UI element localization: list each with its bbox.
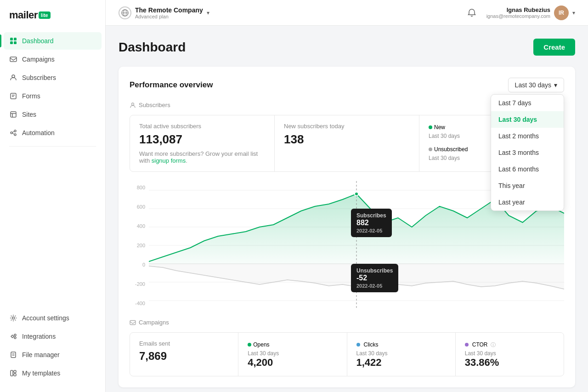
campaigns-icon xyxy=(9,55,17,63)
y-label-0: 0 xyxy=(130,262,147,267)
sidebar-item-label: Subscribers xyxy=(22,74,56,81)
company-selector[interactable]: The Remote Company Advanced plan ▾ xyxy=(119,6,209,19)
new-today-value: 138 xyxy=(284,132,410,147)
sidebar-item-label: Forms xyxy=(22,92,40,100)
sidebar-bottom: Account settings Integrations File manag… xyxy=(0,306,105,392)
sidebar-item-account-settings[interactable]: Account settings xyxy=(4,309,102,327)
green-dot-icon xyxy=(429,125,432,129)
sidebar-item-file-manager[interactable]: File manager xyxy=(4,346,102,364)
new-today-cell: New subscribers today 138 xyxy=(275,115,419,171)
ctor-period: Last 30 days xyxy=(465,350,554,357)
new-period-sub: Last 30 days xyxy=(429,133,460,139)
clicks-label: Clicks xyxy=(364,341,379,348)
company-icon xyxy=(119,6,131,19)
sidebar-divider xyxy=(9,146,96,147)
sites-icon xyxy=(9,110,17,119)
new-today-label: New subscribers today xyxy=(284,123,410,130)
ctor-value: 33.86% xyxy=(465,357,554,369)
svg-rect-1 xyxy=(14,38,17,40)
campaigns-stats-row: Emails sent 7,869 Opens Last 30 days 4,2… xyxy=(130,332,564,376)
signup-forms-link[interactable]: signup forms xyxy=(152,157,186,164)
svg-rect-42 xyxy=(130,320,136,324)
svg-point-5 xyxy=(12,75,15,78)
sidebar-item-forms[interactable]: Forms xyxy=(4,87,102,105)
svg-point-13 xyxy=(14,130,16,132)
campaigns-label: Campaigns xyxy=(139,319,169,326)
svg-point-14 xyxy=(14,134,16,136)
integrations-icon xyxy=(9,332,17,341)
y-label-600: 600 xyxy=(130,204,147,210)
chevron-down-icon: ▾ xyxy=(207,10,209,16)
main-area: The Remote Company Advanced plan ▾ Ignas… xyxy=(106,0,588,392)
create-button[interactable]: Create xyxy=(533,39,575,56)
gray-dot-icon xyxy=(429,148,432,151)
total-active-label: Total active subscribers xyxy=(139,123,265,130)
user-details: Ignas Rubezius ignas@remotecompany.com xyxy=(486,6,550,19)
ctor-badge: CTOR ⓘ xyxy=(465,341,496,348)
sidebar-item-label: My templates xyxy=(22,369,60,377)
card-header: Performance overview Last 30 days ▾ Last… xyxy=(130,78,564,92)
dropdown-item-thisyear[interactable]: This year xyxy=(491,177,564,194)
user-email: ignas@remotecompany.com xyxy=(486,13,550,19)
total-active-cell: Total active subscribers 113,087 Want mo… xyxy=(130,115,275,171)
emails-sent-value: 7,869 xyxy=(139,350,229,363)
main-nav: Dashboard Campaigns Subscribers Forms Si… xyxy=(0,32,105,306)
sidebar-item-label: Campaigns xyxy=(22,56,55,63)
sidebar-item-dashboard[interactable]: Dashboard xyxy=(4,32,102,50)
user-menu[interactable]: Ignas Rubezius ignas@remotecompany.com I… xyxy=(486,6,575,20)
new-badge: New xyxy=(429,124,445,131)
period-selector: Last 30 days ▾ Last 7 days Last 30 days … xyxy=(508,78,564,92)
sidebar-item-label: Dashboard xyxy=(22,37,54,45)
unsub-label: Unsubscribed xyxy=(434,146,468,153)
company-plan: Advanced plan xyxy=(135,14,203,19)
sidebar-item-integrations[interactable]: Integrations xyxy=(4,328,102,345)
emails-sent-label: Emails sent xyxy=(139,340,229,347)
dropdown-item-30days[interactable]: Last 30 days xyxy=(491,111,564,128)
sidebar-item-my-templates[interactable]: My templates xyxy=(4,364,102,382)
sidebar-item-campaigns[interactable]: Campaigns xyxy=(4,51,102,68)
opens-green-dot xyxy=(248,343,251,347)
dropdown-item-lastyear[interactable]: Last year xyxy=(491,194,564,210)
svg-point-40 xyxy=(355,192,358,196)
period-dropdown-button[interactable]: Last 30 days ▾ xyxy=(508,78,564,92)
dropdown-item-7days[interactable]: Last 7 days xyxy=(491,95,564,111)
svg-point-31 xyxy=(132,103,134,105)
dropdown-item-2months[interactable]: Last 2 months xyxy=(491,128,564,144)
sidebar-item-subscribers[interactable]: Subscribers xyxy=(4,69,102,86)
user-chevron-icon: ▾ xyxy=(572,10,575,16)
svg-rect-9 xyxy=(11,112,16,117)
dropdown-item-6months[interactable]: Last 6 months xyxy=(491,161,564,177)
svg-rect-3 xyxy=(14,41,17,44)
notifications-button[interactable] xyxy=(464,6,479,20)
opens-label: Opens xyxy=(253,341,269,348)
svg-rect-6 xyxy=(11,93,16,99)
opens-value: 4,200 xyxy=(248,357,337,369)
sidebar-item-sites[interactable]: Sites xyxy=(4,106,102,123)
ctor-purple-dot xyxy=(465,343,469,347)
content-area: Dashboard Create Performance overview La… xyxy=(106,26,588,392)
opens-cell: Opens Last 30 days 4,200 xyxy=(238,333,347,376)
logo-text: mailer xyxy=(9,9,38,21)
clicks-blue-dot xyxy=(356,343,360,347)
performance-title: Performance overview xyxy=(130,80,213,90)
opens-period: Last 30 days xyxy=(248,350,337,357)
new-period-label: New xyxy=(434,124,445,131)
y-label-neg400: -400 xyxy=(130,301,147,306)
company-name: The Remote Company xyxy=(135,6,203,14)
dropdown-item-3months[interactable]: Last 3 months xyxy=(491,144,564,161)
ctor-cell: CTOR ⓘ Last 30 days 33.86% xyxy=(456,333,564,376)
sidebar-item-automation[interactable]: Automation xyxy=(4,124,102,142)
page-title: Dashboard xyxy=(119,40,186,55)
sidebar-item-label: Integrations xyxy=(22,333,56,340)
unsub-period: Last 30 days xyxy=(429,155,468,161)
svg-rect-2 xyxy=(10,41,13,44)
logo: mailerlite xyxy=(0,0,105,32)
svg-rect-26 xyxy=(14,370,16,373)
file-icon xyxy=(9,351,17,359)
sidebar-item-label: File manager xyxy=(22,351,60,358)
logo-badge: lite xyxy=(39,11,51,19)
avatar: IR xyxy=(554,6,569,20)
sidebar-item-label: Automation xyxy=(22,129,55,136)
ctor-label: CTOR xyxy=(472,341,488,348)
campaigns-section-label: Campaigns xyxy=(130,319,564,326)
